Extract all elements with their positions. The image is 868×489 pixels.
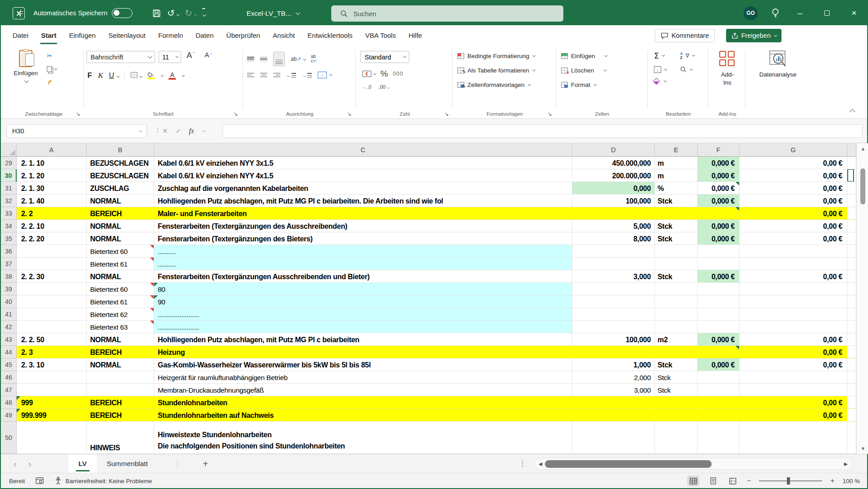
- cell-H44-partial[interactable]: [847, 346, 856, 358]
- cell-B35[interactable]: NORMAL: [87, 232, 154, 245]
- row-header-36[interactable]: 36: [1, 245, 17, 258]
- maximize-button[interactable]: [820, 8, 834, 18]
- cell-E32[interactable]: Stck: [655, 195, 698, 207]
- insert-function-button[interactable]: fx: [189, 127, 194, 135]
- cell-D40[interactable]: [572, 295, 655, 308]
- font-color-button[interactable]: A: [169, 72, 176, 80]
- clear-button[interactable]: [654, 79, 680, 84]
- menu-tab-überprüfen[interactable]: Überprüfen: [220, 25, 266, 45]
- cell-G32[interactable]: 0,00 €: [740, 195, 847, 207]
- cell-G43[interactable]: 0,00 €: [740, 333, 847, 346]
- row-header-50[interactable]: 50: [1, 421, 17, 454]
- cell-D34[interactable]: 5,000: [572, 220, 655, 232]
- cell-C29[interactable]: Kabel 0.6/1 kV einziehen NYY 3x1.5: [154, 157, 572, 169]
- cell-E47[interactable]: Stck: [655, 384, 698, 396]
- cell-H34-partial[interactable]: [847, 220, 856, 232]
- cell-D35[interactable]: 8,000: [572, 232, 655, 245]
- cell-G46[interactable]: [740, 371, 847, 384]
- cell-D29[interactable]: 450.000,000: [572, 157, 655, 169]
- formula-bar-splitter[interactable]: ⋮: [155, 127, 161, 134]
- cell-D43[interactable]: 100,000: [572, 333, 655, 346]
- cell-B38[interactable]: NORMAL: [87, 270, 154, 283]
- cell-E38[interactable]: Stck: [655, 270, 698, 283]
- menu-tab-vba-tools[interactable]: VBA Tools: [359, 25, 402, 45]
- cell-G40[interactable]: [740, 295, 847, 308]
- cell-G31[interactable]: 0,00 €: [740, 182, 847, 195]
- menu-tab-formeln[interactable]: Formeln: [152, 25, 189, 45]
- cell-B44[interactable]: BEREICH: [87, 346, 154, 358]
- cell-G35[interactable]: 0,00 €: [740, 232, 847, 245]
- zoom-slider[interactable]: [759, 480, 822, 481]
- cell-F39[interactable]: [698, 283, 740, 295]
- horizontal-scrollbar-thumb[interactable]: [545, 460, 712, 468]
- cell-F47[interactable]: [698, 384, 740, 396]
- cell-D49[interactable]: [572, 409, 655, 421]
- cell-G36[interactable]: [740, 245, 847, 258]
- scroll-down-icon[interactable]: ▼: [857, 446, 868, 451]
- cell-C32[interactable]: Hohlliegenden Putz abschlagen, mit Putz …: [154, 195, 572, 207]
- cell-H36-partial[interactable]: [847, 245, 856, 258]
- collapse-ribbon-button[interactable]: [850, 109, 855, 115]
- cell-E39[interactable]: [655, 283, 698, 295]
- cell-H31-partial[interactable]: [847, 182, 856, 195]
- thousands-format-button[interactable]: 000: [393, 71, 403, 77]
- row-header-40[interactable]: 40: [1, 295, 17, 308]
- cell-B31[interactable]: ZUSCHLAG: [87, 182, 154, 195]
- excel-app-icon[interactable]: X: [13, 7, 25, 19]
- row-header-30[interactable]: 30: [1, 169, 17, 182]
- cell-D30[interactable]: 200.000,000: [572, 169, 655, 182]
- format-cells-button[interactable]: Format: [561, 82, 596, 88]
- format-as-table-button[interactable]: ✎ Als Tabelle formatieren: [457, 67, 535, 74]
- cell-D38[interactable]: 3,000: [572, 270, 655, 283]
- align-right-button[interactable]: [273, 73, 280, 77]
- cell-C37[interactable]: ..........: [154, 258, 572, 270]
- cell-A50[interactable]: [17, 421, 87, 454]
- cell-F41[interactable]: [698, 308, 740, 321]
- search-input[interactable]: Suchen: [331, 5, 563, 22]
- cell-C50[interactable]: Hinweistexte StundenlohnarbeitenDie nach…: [154, 421, 572, 454]
- row-header-35[interactable]: 35: [1, 232, 17, 245]
- cell-B43[interactable]: NORMAL: [87, 333, 154, 346]
- cell-G37[interactable]: [740, 258, 847, 270]
- zoom-out-button[interactable]: −: [747, 477, 751, 485]
- cell-H43-partial[interactable]: [847, 333, 856, 346]
- cell-B50[interactable]: HINWEIS: [87, 421, 154, 454]
- share-button[interactable]: Freigeben: [726, 29, 781, 42]
- cell-F49[interactable]: [698, 409, 740, 421]
- row-header-45[interactable]: 45: [1, 358, 17, 371]
- column-header-F[interactable]: F: [698, 143, 740, 157]
- cell-E33[interactable]: [655, 207, 698, 220]
- cell-E44[interactable]: [655, 346, 698, 358]
- merge-center-button[interactable]: ↔: [318, 72, 331, 78]
- zoom-in-button[interactable]: +: [830, 477, 834, 485]
- cell-E34[interactable]: Stck: [655, 220, 698, 232]
- scroll-right-icon[interactable]: ▶: [841, 461, 851, 467]
- cell-C47[interactable]: Membran-Druckausdehnungsgefäß: [154, 384, 572, 396]
- font-name-select[interactable]: Bahnschrift: [87, 51, 155, 63]
- cell-H35-partial[interactable]: [847, 232, 856, 245]
- row-header-31[interactable]: 31: [1, 182, 17, 195]
- cell-E30[interactable]: m: [655, 169, 698, 182]
- sheet-tab-summenblatt[interactable]: Summenblatt: [97, 454, 158, 473]
- paste-button[interactable]: Einfügen: [12, 50, 40, 85]
- menu-tab-einfügen[interactable]: Einfügen: [63, 25, 102, 45]
- row-header-33[interactable]: 33: [1, 207, 17, 220]
- autosave-toggle[interactable]: [112, 8, 132, 18]
- cell-F48[interactable]: [698, 396, 740, 409]
- cell-B40[interactable]: Bietertext 61: [87, 295, 154, 308]
- percent-format-button[interactable]: %: [380, 69, 388, 79]
- row-header-32[interactable]: 32: [1, 195, 17, 207]
- cell-B34[interactable]: NORMAL: [87, 220, 154, 232]
- cell-H29-partial[interactable]: [847, 157, 856, 169]
- column-header-G[interactable]: G: [740, 143, 847, 157]
- cell-E45[interactable]: Stck: [655, 358, 698, 371]
- menu-tab-datei[interactable]: Datei: [6, 25, 35, 45]
- cell-H46-partial[interactable]: [847, 371, 856, 384]
- prev-sheet-button[interactable]: ‹: [14, 459, 17, 469]
- cell-H49-partial[interactable]: [847, 409, 856, 421]
- row-header-37[interactable]: 37: [1, 258, 17, 270]
- increase-decimal-button[interactable]: ←,0: [362, 84, 371, 90]
- accessibility-icon[interactable]: [55, 477, 62, 485]
- vertical-scrollbar[interactable]: ▲ ▼: [856, 143, 868, 454]
- cell-A30[interactable]: 2. 1. 20: [17, 169, 87, 182]
